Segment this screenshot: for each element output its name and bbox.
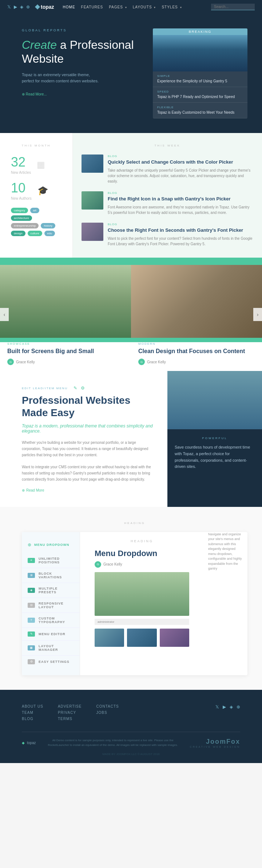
footer-link-jobs[interactable]: JOBS	[96, 711, 119, 715]
slider-next-button[interactable]: ›	[253, 308, 262, 321]
blog-title-2[interactable]: Find the Right Icon in a Snap with Gantr…	[108, 196, 253, 202]
hero-title-highlight: Create	[22, 38, 57, 51]
footer-instagram-icon[interactable]: ◈	[230, 704, 233, 709]
nav-pages[interactable]: PAGES ▾	[109, 5, 127, 9]
youtube-icon[interactable]: ▶	[14, 4, 17, 9]
tag-architecture[interactable]: architecture	[11, 215, 32, 221]
this-week-label: THIS WEEK	[82, 144, 253, 147]
nav-home[interactable]: HOME	[63, 5, 75, 9]
menu-item-label-3: MULTIPLE PRESETS	[39, 587, 74, 594]
menu-item-icon-5: T	[28, 618, 35, 623]
footer-logo[interactable]: ◆ topaz	[22, 741, 36, 745]
this-month-label: THIS MONTH	[11, 144, 61, 147]
menu-item-icon-2: ⊞	[28, 573, 35, 578]
footer-link-privacy[interactable]: PRIVACY	[58, 711, 82, 715]
menu-item-unlimited-positions[interactable]: ≡ UNLIMITED POSITIONS	[22, 553, 80, 568]
stats-section: THIS MONTH 32 New Articles ▦ 10 New Auth…	[0, 133, 262, 258]
slide-1: SHOWCASE Built for Screens Big and Small…	[0, 265, 131, 371]
breaking-item: SIMPLE Experience the Simplicity of Usin…	[153, 71, 247, 87]
menu-item-label-5: CUSTOM TYPOGRAPHY	[39, 617, 74, 624]
menu-item-block-variations[interactable]: ⊞ BLOCK VARIATIONS	[22, 568, 80, 583]
menu-item-label-2: BLOCK VARIATIONS	[39, 572, 74, 579]
footer-col-1: ABOUT US TEAM BLOG	[22, 704, 43, 723]
joomfox-brand-sub: CREATIVE WEB DESIGN	[190, 746, 240, 748]
menu-admin-bar: administrator	[95, 619, 189, 625]
logo-diamond-icon	[35, 4, 40, 9]
this-month-panel: THIS MONTH 32 New Articles ▦ 10 New Auth…	[0, 133, 73, 258]
article-sidebar-content: POWERFUL Save countless hours of develop…	[167, 429, 262, 477]
pinterest-icon[interactable]: ⊕	[26, 4, 30, 9]
nav-styles[interactable]: STYLES ▾	[162, 5, 182, 9]
blog-thumb-2	[82, 191, 103, 210]
nav-layouts[interactable]: LAYOUTS ▾	[133, 5, 156, 9]
tag-cloud: category art architecture entrepreneursh…	[11, 208, 61, 236]
tag-entrepreneurship[interactable]: entrepreneurship	[11, 223, 39, 228]
menu-thumb-1	[95, 629, 124, 647]
footer-pinterest-icon[interactable]: ⊕	[237, 704, 240, 709]
hero-title: Create a Professional Website	[22, 38, 146, 66]
chevron-down-icon: ▾	[125, 6, 127, 9]
menu-item-multiple-presets[interactable]: ◈ MULTIPLE PRESETS	[22, 583, 80, 598]
slider-section: ‹ SHOWCASE Built for Screens Big and Sma…	[0, 258, 262, 371]
avatar-1: G	[7, 359, 14, 365]
stat-authors-label: New Authors	[11, 196, 32, 200]
joomfox-brand: JoomFox CREATIVE WEB DESIGN	[190, 738, 240, 748]
hero-read-more-link[interactable]: Read More...	[22, 92, 47, 96]
blog-list: BLOG Quickly Select and Change Colors wi…	[82, 155, 253, 247]
menu-item-easy-settings[interactable]: ⚙ EASY SETTINGS	[22, 656, 80, 668]
footer: ABOUT US TEAM BLOG ADVERTISE PRIVACY TER…	[0, 690, 262, 763]
menu-item-custom-typography[interactable]: T CUSTOM TYPOGRAPHY	[22, 613, 80, 628]
twitter-icon[interactable]: 𝕏	[7, 4, 11, 9]
footer-link-blog[interactable]: BLOG	[22, 717, 43, 721]
tag-culture[interactable]: culture	[28, 231, 42, 236]
tag-history[interactable]: history	[41, 223, 55, 228]
article-subtitle: Topaz is a modern, professional theme th…	[22, 423, 153, 434]
slide-title-2[interactable]: Clean Design that Focuses on Content	[138, 348, 255, 355]
footer-link-advertise[interactable]: ADVERTISE	[58, 704, 82, 708]
nav-features[interactable]: FEATURES	[81, 5, 103, 9]
footer-made-by: MADE BY JOOMFOX LLC © AUGUST 2016	[22, 752, 240, 756]
slide-label-2: MODERN	[138, 342, 255, 345]
menu-item-label-8: EASY SETTINGS	[39, 660, 70, 664]
slider-prev-button[interactable]: ‹	[0, 308, 9, 321]
breaking-item-title: Experience the Simplicity of Using Gantr…	[157, 79, 243, 84]
article-read-more-link[interactable]: Read More	[22, 488, 153, 492]
tag-edu[interactable]: edu	[44, 231, 55, 236]
instagram-icon[interactable]: ◈	[20, 4, 23, 9]
tag-art[interactable]: art	[30, 208, 39, 213]
powerful-text: Save countless hours of development time…	[175, 444, 255, 470]
slide-title-1[interactable]: Built for Screens Big and Small	[7, 348, 124, 355]
slide-2: MODERN Clean Design that Focuses on Cont…	[131, 265, 262, 371]
breaking-image-bg	[153, 35, 247, 71]
menu-heading-label: HEADING	[22, 521, 247, 525]
footer-link-team[interactable]: TEAM	[22, 711, 43, 715]
article-content: EDIT LEAD/ITEM MENU ✎ ⚙ Professional Web…	[0, 371, 167, 507]
stat-articles-number: 32	[11, 155, 31, 170]
menu-icon: ⊕	[28, 542, 31, 547]
site-logo[interactable]: topaz	[36, 4, 54, 10]
footer-youtube-icon[interactable]: ▶	[223, 704, 226, 709]
settings-icon[interactable]: ⚙	[81, 386, 86, 391]
footer-link-contacts[interactable]: CONTACTS	[96, 704, 119, 708]
joomfox-brand-name: JoomFox	[190, 738, 240, 746]
footer-twitter-icon[interactable]: 𝕏	[215, 704, 219, 709]
blog-title-3[interactable]: Choose the Right Font in Seconds with Ga…	[108, 227, 253, 234]
menu-item-icon-8: ⚙	[28, 659, 35, 664]
menu-item-label-7: LAYOUT MANAGER	[39, 644, 74, 652]
menu-item-layout-manager[interactable]: ▦ LAYOUT MANAGER	[22, 641, 80, 656]
menu-item-responsive-layout[interactable]: ⊟ RESPONSIVE LAYOUT	[22, 598, 80, 613]
search-input[interactable]	[211, 4, 255, 10]
header: 𝕏 ▶ ◈ ⊕ topaz HOME FEATURES PAGES ▾ LAYO…	[0, 0, 262, 14]
footer-link-terms[interactable]: TERMS	[58, 717, 82, 721]
menu-item-menu-editor[interactable]: ✎ MENU EDITOR	[22, 628, 80, 641]
menu-section: HEADING ⊕ MENU DROPDOWN ≡ UNLIMITED POSI…	[0, 507, 262, 690]
tag-design[interactable]: design	[11, 231, 25, 236]
edit-icon[interactable]: ✎	[74, 386, 78, 391]
blog-title-1[interactable]: Quickly Select and Change Colors with th…	[108, 159, 253, 165]
breaking-item-title: Topaz is PHP 7 Ready and Optimized for S…	[157, 94, 243, 99]
breaking-item: SPEED Topaz is PHP 7 Ready and Optimized…	[153, 87, 247, 103]
footer-link-about[interactable]: ABOUT US	[22, 704, 43, 708]
menu-content-title: Menu Dropdown	[95, 549, 189, 558]
tag-category[interactable]: category	[11, 208, 28, 213]
articles-icon: ▦	[37, 160, 45, 170]
